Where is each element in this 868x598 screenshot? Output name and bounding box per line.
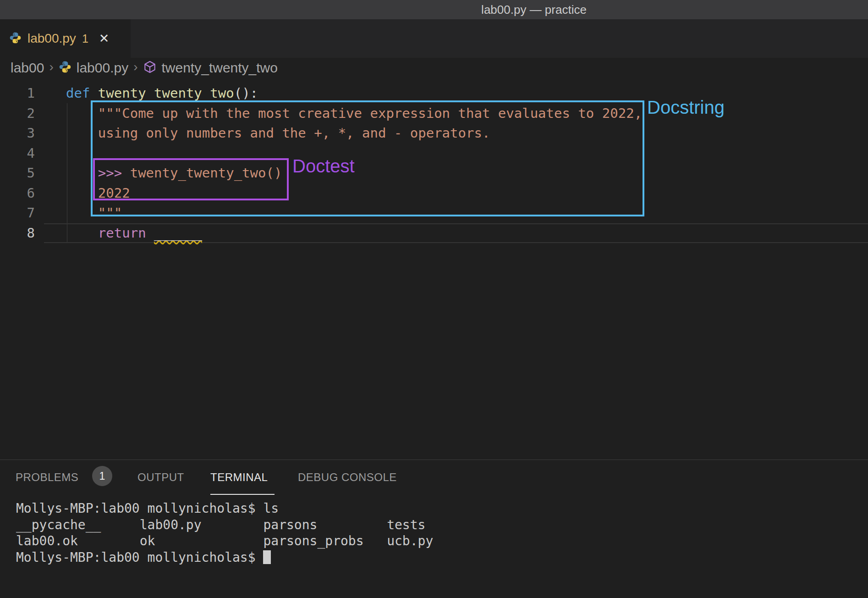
code-line[interactable]: using only numbers and the +, *, and - o… xyxy=(66,123,642,144)
window-title: lab00.py — practice xyxy=(481,0,587,19)
code-line[interactable]: return ______ xyxy=(66,223,642,244)
code-token: >>> xyxy=(98,165,130,181)
blank-placeholder-token: ______ xyxy=(154,225,202,241)
code-token: return xyxy=(98,225,146,241)
terminal-line: Mollys-MBP:lab00 mollynicholas$ xyxy=(16,549,433,566)
chevron-right-icon: › xyxy=(49,60,53,74)
terminal-line: lab00.ok ok parsons_probs ucb.py xyxy=(16,533,433,549)
line-number: 6 xyxy=(0,183,35,204)
tab-lab00py[interactable]: lab00.py 1 ✕ xyxy=(0,19,131,58)
line-number: 4 xyxy=(0,144,35,164)
symbol-namespace-icon xyxy=(143,60,157,76)
code-token: twenty_twenty_two xyxy=(98,85,234,101)
docstring-annotation-label: Docstring xyxy=(647,97,725,118)
tab-bar: lab00.py 1 ✕ xyxy=(0,19,868,58)
code-token: def xyxy=(66,85,90,101)
code-editor[interactable]: 12345678 def twenty_twenty_two(): """Com… xyxy=(0,78,868,460)
active-tab-underline xyxy=(210,494,275,495)
tab-problems[interactable]: PROBLEMS xyxy=(16,471,78,484)
code-token xyxy=(66,105,98,121)
breadcrumb-folder[interactable]: lab00 xyxy=(11,60,44,76)
breadcrumb: lab00 › lab00.py › twenty_twenty_two xyxy=(0,58,868,78)
chevron-right-icon: › xyxy=(133,60,137,74)
tab-filename: lab00.py xyxy=(27,31,76,46)
line-number: 2 xyxy=(0,104,35,124)
code-token: using only numbers and the +, *, and - o… xyxy=(98,125,490,141)
code-line[interactable]: def twenty_twenty_two(): xyxy=(66,83,642,104)
code-token xyxy=(66,125,98,141)
tab-debug-console[interactable]: DEBUG CONSOLE xyxy=(298,471,397,484)
problems-count-badge: 1 xyxy=(92,466,112,486)
tab-terminal[interactable]: TERMINAL xyxy=(210,471,268,484)
code-token xyxy=(66,225,98,241)
terminal-line: __pycache__ lab00.py parsons tests xyxy=(16,517,433,533)
code-token: """Come up with the most creative expres… xyxy=(98,105,642,121)
gutter: 12345678 xyxy=(0,83,35,243)
line-number: 7 xyxy=(0,203,35,223)
terminal-cursor xyxy=(263,550,271,564)
line-number: 5 xyxy=(0,163,35,183)
terminal-output[interactable]: Mollys-MBP:lab00 mollynicholas$ ls__pyca… xyxy=(16,500,433,565)
code-token xyxy=(66,205,98,221)
window-titlebar: lab00.py — practice xyxy=(0,0,868,19)
python-icon xyxy=(59,61,71,75)
tab-problems-badge: 1 xyxy=(82,32,88,45)
line-number: 3 xyxy=(0,123,35,144)
code-line[interactable]: 2022 xyxy=(66,183,642,204)
code-token xyxy=(66,185,98,201)
terminal-line: Mollys-MBP:lab00 mollynicholas$ ls xyxy=(16,500,433,517)
line-number: 1 xyxy=(0,83,35,104)
code-token: (): xyxy=(234,85,258,101)
code-token: """ xyxy=(98,205,122,221)
code-line[interactable]: """Come up with the most creative expres… xyxy=(66,104,642,124)
code-token xyxy=(66,165,98,181)
code-token: twenty_twenty_two() xyxy=(130,165,282,181)
doctest-annotation-label: Doctest xyxy=(292,156,355,177)
code-token xyxy=(146,225,154,241)
tab-output[interactable]: OUTPUT xyxy=(137,471,184,484)
line-number: 8 xyxy=(0,223,35,244)
breadcrumb-symbol[interactable]: twenty_twenty_two xyxy=(162,60,278,76)
bottom-panel: PROBLEMS 1 OUTPUT TERMINAL DEBUG CONSOLE… xyxy=(0,460,868,598)
code-line[interactable]: """ xyxy=(66,203,642,223)
close-icon[interactable]: ✕ xyxy=(99,31,110,46)
code-token xyxy=(90,85,98,101)
code-token: 2022 xyxy=(98,185,130,201)
breadcrumb-file[interactable]: lab00.py xyxy=(77,60,128,76)
python-icon xyxy=(9,32,22,46)
